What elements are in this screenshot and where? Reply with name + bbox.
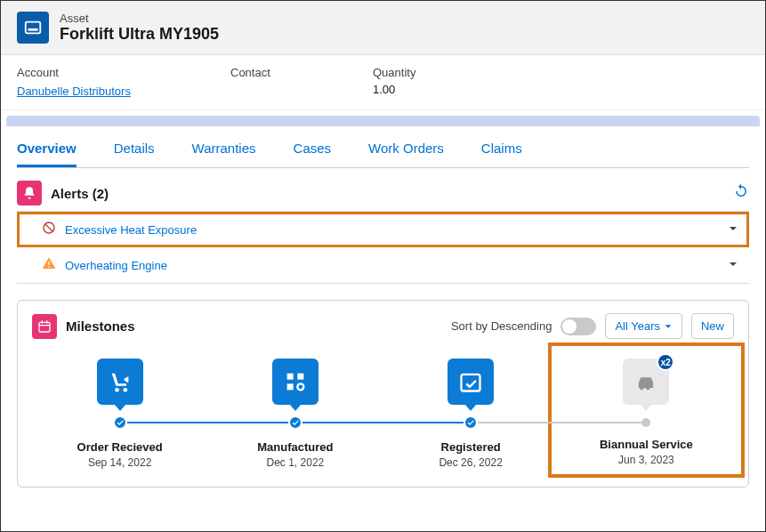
sort-toggle[interactable]	[560, 318, 596, 335]
check-dot-icon	[464, 415, 478, 430]
warning-icon	[42, 256, 56, 274]
milestone-date: Sep 14, 2022	[88, 456, 151, 469]
svg-point-12	[123, 388, 127, 392]
tab-details[interactable]: Details	[114, 132, 155, 167]
svg-point-16	[297, 383, 303, 390]
alerts-title: Alerts (2)	[51, 186, 724, 201]
detail-row: Account Danubelle Distributors Contact Q…	[1, 55, 765, 110]
milestones-title: Milestones	[66, 318, 442, 334]
tab-overview[interactable]: Overview	[17, 132, 77, 167]
svg-rect-1	[28, 28, 38, 31]
asset-header: Asset Forklift Ultra MY1905	[1, 1, 765, 55]
prohibit-icon	[42, 221, 56, 238]
calendar-icon	[32, 314, 57, 339]
milestone-label: Manufactured	[257, 440, 333, 454]
bell-icon	[17, 181, 42, 206]
svg-rect-5	[48, 266, 49, 267]
svg-rect-10	[46, 320, 47, 323]
chevron-down-icon	[664, 322, 673, 331]
alert-row-heat[interactable]: Excessive Heat Exposure	[17, 212, 749, 247]
milestone-date: Dec 26, 2022	[439, 456, 502, 469]
svg-rect-8	[39, 325, 50, 326]
milestone-timeline: Order Recieved Sep 14, 2022 Manufactured…	[32, 359, 734, 469]
svg-point-11	[115, 388, 119, 392]
year-filter-label: All Years	[615, 319, 660, 333]
refresh-button[interactable]	[733, 183, 749, 203]
accent-bar	[6, 116, 760, 126]
svg-rect-13	[287, 374, 294, 380]
quantity-value: 1.00	[373, 83, 415, 96]
account-label: Account	[17, 66, 177, 79]
milestone-label: Registered	[441, 440, 501, 454]
account-link[interactable]: Danubelle Distributors	[17, 85, 131, 98]
tab-work-orders[interactable]: Work Orders	[368, 132, 444, 167]
milestone-label: Order Recieved	[77, 440, 163, 454]
milestone-service[interactable]: x2 Biannual Service Jun 3, 2023	[559, 359, 734, 469]
count-badge: x2	[657, 353, 674, 371]
check-calendar-icon	[448, 359, 494, 405]
milestone-order[interactable]: Order Recieved Sep 14, 2022	[32, 359, 207, 469]
milestone-registered[interactable]: Registered Dec 26, 2022	[383, 359, 559, 469]
svg-rect-15	[287, 383, 294, 390]
tab-warranties[interactable]: Warranties	[192, 132, 256, 167]
milestone-manufactured[interactable]: Manufactured Dec 1, 2022	[207, 359, 383, 469]
grid-icon	[272, 359, 318, 405]
sort-label: Sort by Descending	[451, 319, 552, 333]
milestone-date: Jun 3, 2023	[618, 454, 674, 466]
tab-cases[interactable]: Cases	[294, 132, 332, 167]
year-filter-button[interactable]: All Years	[605, 313, 682, 339]
alert-row-engine[interactable]: Overheating Engine	[17, 247, 749, 284]
car-icon: x2	[623, 359, 669, 405]
svg-rect-14	[297, 374, 303, 380]
milestones-card: Milestones Sort by Descending All Years …	[17, 300, 749, 488]
asset-icon	[17, 12, 49, 44]
quantity-label: Quantity	[373, 66, 415, 79]
svg-line-3	[45, 224, 52, 231]
svg-rect-4	[48, 262, 49, 265]
svg-rect-0	[26, 22, 41, 34]
check-dot-icon	[288, 415, 302, 430]
dolly-icon	[97, 359, 143, 405]
new-button[interactable]: New	[691, 313, 734, 339]
contact-label: Contact	[230, 66, 319, 79]
milestone-date: Dec 1, 2022	[267, 456, 325, 469]
alerts-section: Alerts (2) Excessive Heat Exposure Overh…	[17, 181, 749, 284]
pending-dot-icon	[641, 418, 650, 427]
alert-label: Overheating Engine	[65, 259, 719, 272]
milestone-label: Biannual Service	[600, 438, 693, 451]
alert-label: Excessive Heat Exposure	[65, 223, 719, 237]
svg-rect-17	[462, 375, 480, 391]
chevron-down-icon	[728, 222, 738, 238]
tab-claims[interactable]: Claims	[481, 132, 522, 167]
tab-bar: Overview Details Warranties Cases Work O…	[17, 126, 749, 168]
asset-title: Forklift Ultra MY1905	[60, 25, 219, 44]
check-dot-icon	[113, 415, 127, 430]
svg-rect-6	[39, 322, 50, 332]
chevron-down-icon	[728, 257, 738, 273]
svg-rect-9	[42, 320, 43, 323]
asset-type-label: Asset	[60, 12, 219, 25]
